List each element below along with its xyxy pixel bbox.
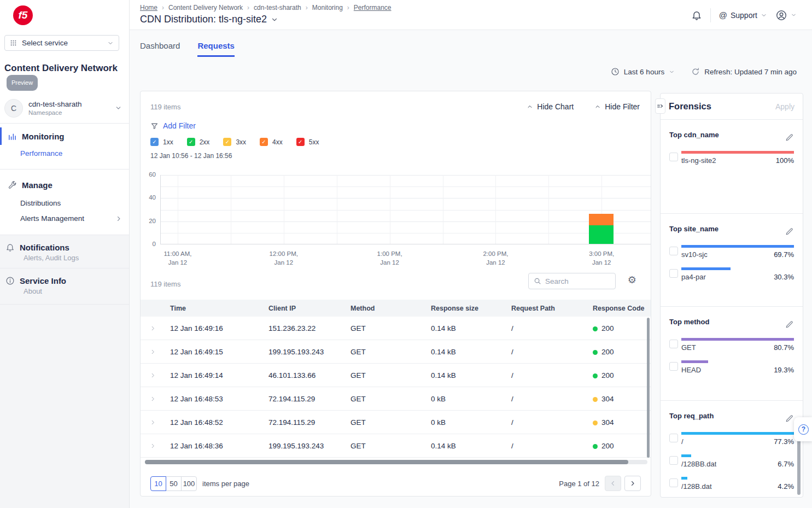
checkbox[interactable] — [669, 247, 678, 255]
edit-icon[interactable] — [785, 414, 794, 423]
edit-icon[interactable] — [785, 133, 794, 142]
sidebar-item-notifications[interactable]: Notifications Alerts, Audit Logs — [0, 235, 129, 268]
table-row[interactable]: 12 Jan 16:48:5272.194.115.29GET0 kB/304 — [141, 411, 651, 434]
checkbox[interactable] — [669, 153, 678, 161]
table-row[interactable]: 12 Jan 16:48:5372.194.115.29GET0 kB/304 — [141, 387, 651, 411]
page-size-10[interactable]: 10 — [150, 476, 166, 491]
sidebar-item-distributions[interactable]: Distributions — [20, 199, 61, 207]
breadcrumb-item[interactable]: cdn-test-sharath — [254, 4, 301, 11]
refresh-status: Refresh: Updated 7 min ago — [704, 68, 797, 76]
divider — [0, 169, 130, 170]
checkbox-3xx[interactable]: ✓ — [223, 138, 231, 146]
horizontal-scrollbar[interactable] — [145, 460, 647, 464]
legend-item-1xx[interactable]: ✓1xx — [150, 138, 173, 146]
user-menu[interactable] — [775, 9, 797, 21]
chevron-down-icon[interactable] — [271, 16, 278, 24]
previous-page-button[interactable] — [605, 476, 621, 491]
column-header-client-ip[interactable]: Client IP — [263, 305, 345, 312]
support-menu[interactable]: @ Support — [719, 10, 767, 20]
edit-icon[interactable] — [785, 320, 794, 329]
tab-dashboard[interactable]: Dashboard — [140, 41, 180, 57]
status-dot — [593, 373, 598, 378]
column-header-response-code[interactable]: Response Code — [587, 305, 651, 312]
forensics-section: Top req_path/77.3%/128BB.dat6.7%/128B.da… — [661, 401, 803, 498]
table-row[interactable]: 12 Jan 16:48:36199.195.193.243GET0.14 kB… — [141, 434, 651, 458]
checkbox-1xx[interactable]: ✓ — [150, 138, 159, 146]
forensics-scrollbar[interactable] — [797, 436, 801, 495]
checkbox-2xx[interactable]: ✓ — [187, 138, 195, 146]
response-code-value: 200 — [601, 324, 614, 332]
column-header-response-size[interactable]: Response size — [425, 305, 506, 312]
expand-row-icon[interactable] — [141, 372, 165, 378]
checkbox[interactable] — [669, 456, 678, 465]
namespace-selector[interactable]: C cdn-test-sharath Namespace — [0, 93, 130, 123]
expand-row-icon[interactable] — [141, 443, 165, 449]
refresh-button[interactable]: Refresh: Updated 7 min ago — [691, 67, 797, 76]
table-row[interactable]: 12 Jan 16:49:15199.195.193.243GET0.14 kB… — [141, 340, 651, 364]
legend-item-2xx[interactable]: ✓2xx — [187, 138, 210, 146]
forensics-item-label: / — [681, 437, 684, 446]
x-axis-label: 3:00 PM,Jan 12 — [589, 249, 614, 267]
column-header-method[interactable]: Method — [345, 305, 425, 312]
cell-client-ip: 46.101.133.66 — [263, 371, 345, 379]
collapse-forensics-button[interactable] — [655, 98, 665, 114]
horizontal-scrollbar-thumb[interactable] — [145, 460, 628, 464]
breadcrumb-item[interactable]: Monitoring — [312, 4, 343, 11]
breadcrumb-item[interactable]: Content Delivery Network — [168, 4, 243, 11]
checkbox[interactable] — [669, 478, 678, 487]
legend-item-4xx[interactable]: ✓4xx — [260, 138, 283, 146]
checkbox[interactable] — [669, 434, 678, 442]
checkbox[interactable] — [669, 362, 678, 371]
x-axis-label: 11:00 AM,Jan 12 — [164, 249, 192, 267]
checkbox[interactable] — [669, 340, 678, 348]
table-row[interactable]: 12 Jan 16:49:1446.101.133.66GET0.14 kB/2… — [141, 364, 651, 387]
checkbox[interactable] — [669, 269, 678, 278]
sidebar-item-service-info[interactable]: Service Info About — [0, 268, 129, 305]
chart-bar[interactable] — [589, 214, 614, 244]
select-service-dropdown[interactable]: Select service — [4, 35, 119, 51]
time-range-selector[interactable]: Last 6 hours — [611, 67, 675, 76]
expand-row-icon[interactable] — [141, 396, 165, 402]
notification-bell-icon[interactable] — [691, 10, 702, 21]
apply-button[interactable]: Apply — [775, 102, 795, 111]
breadcrumb-item[interactable]: Home — [140, 4, 157, 11]
column-header-time[interactable]: Time — [165, 305, 263, 312]
hide-chart-button[interactable]: Hide Chart — [527, 102, 574, 111]
tab-requests[interactable]: Requests — [197, 41, 235, 57]
search-input[interactable] — [545, 277, 605, 285]
table-search[interactable] — [528, 273, 616, 289]
checkbox-4xx[interactable]: ✓ — [260, 138, 268, 146]
vertical-scrollbar[interactable] — [647, 318, 650, 458]
expand-row-icon[interactable] — [141, 349, 165, 355]
sidebar-item-performance[interactable]: Performance — [20, 149, 62, 157]
help-button[interactable]: ? — [794, 417, 812, 441]
table-settings-gear-icon[interactable]: ⚙ — [628, 275, 636, 285]
hide-filter-button[interactable]: Hide Filter — [594, 102, 640, 111]
sidebar-item-alerts-management[interactable]: Alerts Management — [20, 214, 84, 223]
legend-item-5xx[interactable]: ✓5xx — [296, 138, 319, 146]
page-size-100[interactable]: 100 — [181, 476, 197, 491]
breadcrumb-item[interactable]: Performance — [354, 4, 392, 11]
table-row[interactable]: 12 Jan 16:49:16151.236.23.22GET0.14 kB/2… — [141, 317, 651, 340]
sidebar-item-manage[interactable]: Manage — [0, 177, 130, 192]
cell-response-size: 0 kB — [425, 418, 506, 427]
forensics-sections: Top cdn_nametls-ng-site2100%Top site_nam… — [661, 120, 803, 498]
chevron-down-icon — [761, 12, 767, 19]
gridline — [231, 175, 231, 244]
tab-bar: Dashboard Requests — [140, 41, 235, 57]
checkbox-5xx[interactable]: ✓ — [296, 138, 305, 146]
column-header-request-path[interactable]: Request Path — [506, 305, 587, 312]
y-axis-label: 0 — [153, 241, 156, 247]
response-code-value: 200 — [601, 371, 614, 379]
expand-row-icon[interactable] — [141, 325, 165, 331]
edit-icon[interactable] — [785, 227, 794, 236]
forensics-item-label: /128B.dat — [681, 482, 712, 491]
next-page-button[interactable] — [624, 476, 641, 491]
sidebar-item-monitoring[interactable]: Monitoring — [0, 129, 130, 144]
expand-row-icon[interactable] — [141, 419, 165, 425]
add-filter-button[interactable]: Add Filter — [150, 121, 196, 130]
cell-client-ip: 72.194.115.29 — [263, 395, 345, 403]
gridline — [178, 175, 178, 244]
legend-item-3xx[interactable]: ✓3xx — [223, 138, 246, 146]
page-size-50[interactable]: 50 — [166, 476, 182, 491]
